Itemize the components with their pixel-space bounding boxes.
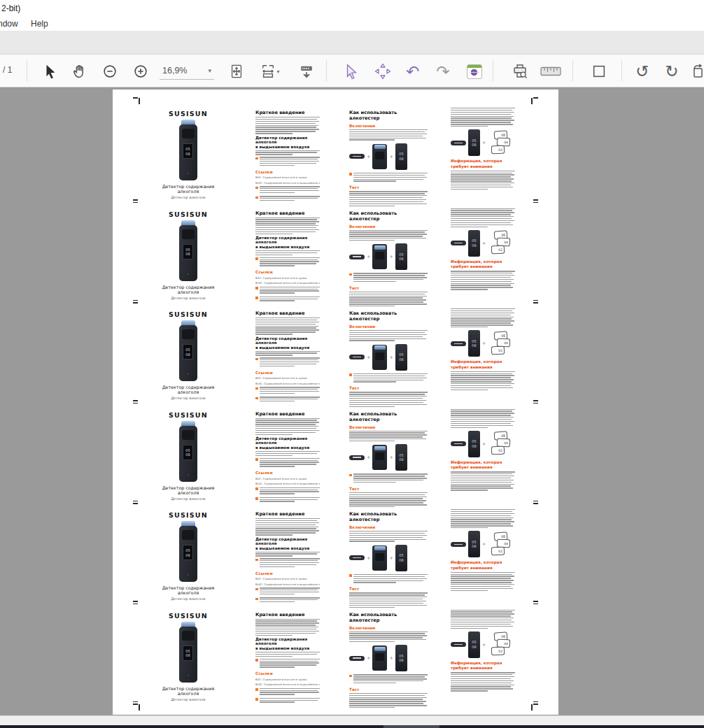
breathalyzer-image: 05 08 [179, 120, 197, 180]
links-heading: Ссылки [255, 471, 320, 475]
intro-heading: Краткое введение [255, 311, 320, 316]
plus-sign: + [367, 154, 370, 159]
zoom-level-combobox[interactable]: 16,9% ▾ [160, 62, 214, 80]
document-viewport[interactable]: SUSISUN 05 08 Детектор содержания алкого… [0, 87, 704, 715]
product-title: Детектор содержания алкоголя [152, 585, 225, 595]
bullet-icon [255, 497, 258, 500]
display-readout-image: 0508 [395, 243, 407, 270]
device-button-image [182, 229, 195, 239]
open-in-browser-button[interactable] [465, 62, 484, 80]
pan-tool-button[interactable] [374, 62, 392, 80]
rectangle-tool-button[interactable] [590, 62, 608, 80]
device-front-image [372, 144, 387, 169]
long-press-button-image [451, 341, 466, 346]
window-title: 2-bit) [1, 3, 20, 13]
divider [326, 60, 327, 81]
notes-heading: Информация, которая требует внимания [451, 259, 515, 269]
pointer-tool-button[interactable] [41, 62, 59, 80]
body-text [255, 217, 320, 235]
measure-button[interactable] [540, 62, 562, 80]
brand-logo: SUSISUN [152, 511, 225, 519]
notes-column: 0508 + 08 04 02 Информация, которая треб… [451, 207, 515, 292]
body-text [260, 287, 321, 295]
rotate-ccw-button[interactable]: ↺ [633, 62, 652, 80]
product-column: SUSISUN 05 08 Детектор содержания алкого… [152, 408, 225, 501]
body-text [349, 531, 428, 542]
body-text [255, 317, 320, 335]
scroll-pages-button[interactable] [297, 62, 316, 80]
breathalyzer-image: 05 08 [179, 521, 197, 582]
ruler-icon [540, 66, 561, 77]
redo-button[interactable]: ↷ [434, 62, 452, 80]
intro-column: Краткое введение Детектор содержания алк… [255, 106, 320, 204]
product-column: SUSISUN 05 08 Детектор содержания алкого… [152, 508, 225, 601]
intro-heading: Краткое введение [255, 511, 320, 517]
links-heading: Ссылки [255, 671, 320, 676]
body-text [353, 674, 428, 684]
body-text [349, 292, 428, 307]
device-front-image [372, 345, 387, 370]
bullet-icon [255, 297, 258, 299]
bullet-icon [349, 675, 352, 678]
rotate-pages-button[interactable] [693, 64, 704, 78]
hand-tool-button[interactable] [71, 62, 89, 80]
redo-icon: ↷ [436, 64, 449, 80]
display-readout-image: 0508 [395, 444, 407, 471]
display-readout-image: 0508 [395, 645, 407, 671]
bac-definition: BAC: Содержание алкоголя в крови [255, 276, 320, 280]
intro-subheading: Детектор содержания алкоголя [255, 236, 320, 244]
rectangle-icon [591, 64, 607, 79]
select-tool-button[interactable] [342, 62, 360, 80]
pointer-icon [43, 64, 58, 79]
body-text [451, 108, 515, 127]
zoom-in-button[interactable] [132, 62, 150, 80]
notes-column: 0508 + 08 04 02 Информация, которая треб… [451, 508, 515, 592]
device-button-image [182, 631, 195, 641]
breathalyzer-image: 05 08 [179, 622, 197, 683]
body-text [353, 373, 428, 383]
rotate-cw-icon: ↻ [665, 64, 678, 80]
intro-column: Краткое введение Детектор содержания алк… [255, 408, 320, 505]
divider [493, 60, 493, 81]
intro-subheading: Детектор содержания алкоголя [255, 637, 320, 645]
pdf-page[interactable]: SUSISUN 05 08 Детектор содержания алкого… [113, 90, 558, 715]
body-text [255, 451, 320, 456]
result-cards-image: 08 04 02 [488, 632, 514, 657]
usage-heading: Как использовать алкотестер [349, 511, 428, 522]
plus-sign: + [482, 140, 486, 145]
manual-unit: SUSISUN 05 08 Детектор содержания алкого… [113, 608, 558, 709]
long-press-button-image [451, 542, 466, 547]
device-button-image [182, 129, 195, 138]
breathalyzer-image: 05 08 [179, 421, 197, 482]
usage-heading: Как использовать алкотестер [349, 411, 428, 422]
hand-icon [72, 64, 87, 79]
fit-width-button[interactable]: ▾ [258, 62, 282, 80]
manual-unit: SUSISUN 05 08 Детектор содержания алкого… [113, 408, 558, 508]
body-text [260, 387, 321, 395]
menu-window[interactable]: ndow [0, 19, 18, 29]
undo-button[interactable]: ↶ [404, 62, 422, 80]
display-readout-image: 0508 [468, 230, 480, 257]
intro-heading: Краткое введение [255, 612, 320, 618]
body-text [260, 357, 321, 367]
product-subtitle: Детектор алкоголя [152, 497, 225, 501]
print-preview-button[interactable] [511, 62, 529, 80]
long-press-button-image [451, 441, 466, 446]
body-text [260, 257, 321, 267]
fit-page-button[interactable] [227, 62, 246, 80]
intro-heading: Краткое введение [255, 411, 320, 417]
plus-sign: + [482, 642, 486, 648]
bac-definition: BAC: Содержание алкоголя в крови [255, 477, 320, 480]
intro-subheading: в выдыхаемом воздухе [255, 646, 320, 650]
long-press-button-image [451, 241, 466, 245]
device-front-image [372, 645, 387, 671]
rotate-cw-button[interactable]: ↻ [663, 62, 681, 80]
fit-page-icon [229, 64, 244, 79]
body-text [260, 659, 321, 669]
bullet-icon [255, 187, 258, 190]
body-text [260, 297, 321, 303]
menu-help[interactable]: Help [31, 19, 48, 29]
body-text [255, 652, 320, 657]
long-press-button-image [451, 141, 466, 145]
zoom-out-button[interactable] [101, 62, 119, 80]
